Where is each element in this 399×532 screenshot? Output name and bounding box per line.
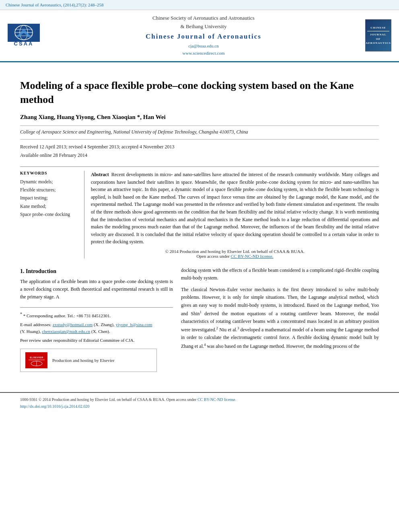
body-two-col: 1. Introduction The application of a fle… bbox=[20, 267, 379, 372]
elsevier-logo-text: ELSEVIER bbox=[27, 353, 47, 368]
license-link[interactable]: CC BY-NC-ND license. bbox=[231, 254, 274, 259]
keyword-4: Kane method; bbox=[20, 203, 78, 210]
svg-text:CSAA: CSAA bbox=[14, 41, 34, 47]
keyword-5: Space probe–cone docking bbox=[20, 211, 78, 218]
journal-title-header: Chinese Journal of Aeronautics bbox=[46, 33, 361, 41]
email-chen[interactable]: chenxiaoqian@nudt.edu.cn bbox=[42, 329, 90, 334]
cover-text-chinese: CHINESE bbox=[370, 26, 386, 30]
superscript-4: 4 bbox=[204, 343, 206, 347]
asterisk-icon: * bbox=[20, 312, 22, 316]
bottom-license-link[interactable]: CC BY-NC-ND license. bbox=[197, 397, 236, 402]
journal-urls: cja@buaa.edu.cn www.sciencedirect.com bbox=[46, 42, 361, 57]
main-content: Modeling of a space flexible probe–cone … bbox=[0, 62, 399, 380]
journal-cover: CHINESE JOURNALOFAERONAUTICS bbox=[365, 19, 393, 51]
csaa-logo: CSAA bbox=[6, 24, 42, 47]
publisher-label: Production and hosting by Elsevier bbox=[52, 358, 115, 363]
affiliation: College of Aerospace Science and Enginee… bbox=[20, 129, 379, 135]
footnote-corresponding: * * Corresponding author. Tel.: +86 731 … bbox=[20, 311, 173, 319]
dates: Received 12 April 2013; revised 4 Septem… bbox=[20, 143, 379, 159]
top-citation-bar: Chinese Journal of Aeronautics, (2014),2… bbox=[0, 0, 399, 10]
superscript-2: 2 bbox=[216, 326, 218, 330]
divider-1 bbox=[20, 125, 379, 126]
keyword-2: Flexible structures; bbox=[20, 187, 78, 193]
journal-header: CSAA Chinese Society of Aeronautics and … bbox=[0, 10, 399, 62]
superscript-1: 1 bbox=[200, 310, 202, 314]
abstract-label: Abstract bbox=[91, 172, 109, 177]
keyword-3: Impact testing; bbox=[20, 195, 78, 201]
keyword-1: Dynamic models; bbox=[20, 179, 78, 185]
csaa-emblem-svg: CSAA bbox=[8, 24, 40, 47]
footnote-emails: E-mail addresses: zxstudy@hotmail.com (X… bbox=[20, 321, 173, 335]
publisher-box: ELSEVIER Production and hosting by Elsev… bbox=[20, 349, 157, 372]
section1-right-para2: The classical Newton–Euler vector mechan… bbox=[181, 286, 379, 350]
elsevier-logo: ELSEVIER bbox=[25, 352, 47, 368]
abstract-column: Abstract Recent developments in micro- a… bbox=[91, 171, 379, 259]
doi-link[interactable]: http://dx.doi.org/10.1016/j.cja.2014.02.… bbox=[20, 404, 89, 409]
cover-divider bbox=[367, 31, 389, 31]
section1-left-para1: The application of a flexible beam into … bbox=[20, 278, 173, 301]
superscript-3: 3 bbox=[237, 326, 239, 330]
body-left: 1. Introduction The application of a fle… bbox=[20, 267, 173, 372]
footnote-peer-review: Peer review under responsibility of Edit… bbox=[20, 337, 173, 344]
authors: Zhang Xiang, Huang Yiyong, Chen Xiaoqian… bbox=[20, 114, 379, 121]
journal-cover-box: CHINESE JOURNALOFAERONAUTICS bbox=[365, 19, 391, 51]
abstract-section: KEYWORDS Dynamic models; Flexible struct… bbox=[20, 166, 379, 259]
section1-title: 1. Introduction bbox=[20, 268, 173, 275]
bottom-bar: 1000-9361 © 2014 Production and hosting … bbox=[0, 392, 399, 413]
org-name: Chinese Society of Aeronautics and Astro… bbox=[46, 14, 361, 31]
divider-2 bbox=[20, 139, 379, 140]
keywords-column: KEYWORDS Dynamic models; Flexible struct… bbox=[20, 171, 84, 259]
citation-text: Chinese Journal of Aeronautics, (2014),2… bbox=[6, 2, 103, 7]
section1-right-para1: docking system with the effects of a fle… bbox=[181, 267, 379, 282]
cover-text-journal: JOURNALOFAERONAUTICS bbox=[366, 33, 391, 45]
footnote-section: * * Corresponding author. Tel.: +86 731 … bbox=[20, 307, 173, 344]
email-zhang[interactable]: zxstudy@hotmail.com bbox=[53, 322, 93, 327]
keywords-title: KEYWORDS bbox=[20, 171, 78, 175]
email-huang[interactable]: yiyong_h@sina.com bbox=[115, 322, 152, 327]
abstract-text: Abstract Recent developments in micro- a… bbox=[91, 171, 379, 246]
svg-text:ELSEVIER: ELSEVIER bbox=[30, 356, 43, 359]
journal-center-info: Chinese Society of Aeronautics and Astro… bbox=[46, 14, 361, 57]
article-title: Modeling of a space flexible probe–cone … bbox=[20, 78, 379, 107]
body-right: docking system with the effects of a fle… bbox=[181, 267, 379, 372]
copyright-text: © 2014 Production and hosting by Elsevie… bbox=[91, 249, 379, 259]
